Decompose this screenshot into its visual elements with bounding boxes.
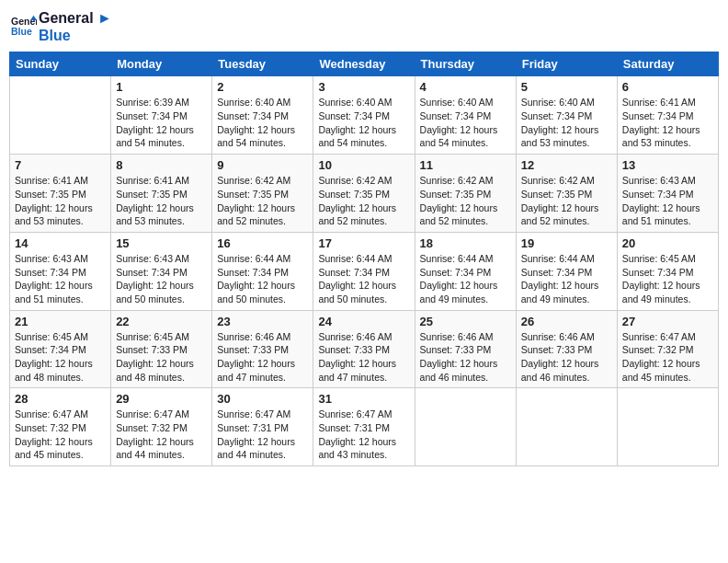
week-row-4: 28Sunrise: 6:47 AM Sunset: 7:32 PM Dayli…: [10, 388, 719, 466]
day-number: 29: [116, 392, 207, 406]
day-number: 7: [15, 158, 106, 172]
day-info: Sunrise: 6:41 AM Sunset: 7:35 PM Dayligh…: [15, 174, 106, 228]
day-info: Sunrise: 6:43 AM Sunset: 7:34 PM Dayligh…: [116, 252, 207, 306]
calendar-cell: 14Sunrise: 6:43 AM Sunset: 7:34 PM Dayli…: [10, 232, 111, 310]
calendar-cell: 10Sunrise: 6:42 AM Sunset: 7:35 PM Dayli…: [313, 155, 415, 233]
day-number: 1: [116, 80, 207, 94]
calendar-cell: 13Sunrise: 6:43 AM Sunset: 7:34 PM Dayli…: [617, 155, 718, 233]
day-info: Sunrise: 6:45 AM Sunset: 7:34 PM Dayligh…: [15, 330, 106, 385]
day-number: 19: [521, 236, 612, 250]
week-row-0: 1Sunrise: 6:39 AM Sunset: 7:34 PM Daylig…: [10, 76, 719, 155]
day-number: 15: [116, 236, 207, 250]
col-header-tuesday: Tuesday: [212, 52, 313, 76]
day-info: Sunrise: 6:40 AM Sunset: 7:34 PM Dayligh…: [420, 96, 511, 150]
day-info: Sunrise: 6:46 AM Sunset: 7:33 PM Dayligh…: [521, 330, 612, 385]
header-row: SundayMondayTuesdayWednesdayThursdayFrid…: [10, 52, 719, 76]
day-number: 20: [622, 236, 713, 250]
day-info: Sunrise: 6:46 AM Sunset: 7:33 PM Dayligh…: [318, 330, 409, 385]
day-number: 18: [420, 236, 511, 250]
calendar-cell: 8Sunrise: 6:41 AM Sunset: 7:35 PM Daylig…: [111, 155, 212, 233]
col-header-sunday: Sunday: [10, 52, 111, 76]
calendar-cell: 19Sunrise: 6:44 AM Sunset: 7:34 PM Dayli…: [516, 232, 617, 310]
day-info: Sunrise: 6:44 AM Sunset: 7:34 PM Dayligh…: [318, 252, 409, 306]
day-info: Sunrise: 6:47 AM Sunset: 7:32 PM Dayligh…: [15, 408, 106, 462]
day-info: Sunrise: 6:46 AM Sunset: 7:33 PM Dayligh…: [420, 330, 511, 385]
logo-text-general: General ►: [39, 9, 112, 27]
calendar-cell: 4Sunrise: 6:40 AM Sunset: 7:34 PM Daylig…: [415, 76, 516, 155]
day-info: Sunrise: 6:42 AM Sunset: 7:35 PM Dayligh…: [318, 174, 409, 228]
day-number: 3: [318, 80, 409, 94]
col-header-monday: Monday: [111, 52, 212, 76]
day-info: Sunrise: 6:40 AM Sunset: 7:34 PM Dayligh…: [318, 96, 409, 150]
day-info: Sunrise: 6:43 AM Sunset: 7:34 PM Dayligh…: [15, 252, 106, 306]
col-header-friday: Friday: [516, 52, 617, 76]
calendar-cell: 6Sunrise: 6:41 AM Sunset: 7:34 PM Daylig…: [617, 76, 718, 155]
day-number: 11: [420, 158, 511, 172]
calendar-cell: 3Sunrise: 6:40 AM Sunset: 7:34 PM Daylig…: [313, 76, 415, 155]
day-info: Sunrise: 6:44 AM Sunset: 7:34 PM Dayligh…: [420, 252, 511, 306]
calendar-cell: 27Sunrise: 6:47 AM Sunset: 7:32 PM Dayli…: [617, 310, 718, 388]
calendar-cell: [10, 76, 111, 155]
day-info: Sunrise: 6:43 AM Sunset: 7:34 PM Dayligh…: [622, 174, 713, 228]
calendar-cell: 26Sunrise: 6:46 AM Sunset: 7:33 PM Dayli…: [516, 310, 617, 388]
calendar-cell: 11Sunrise: 6:42 AM Sunset: 7:35 PM Dayli…: [415, 155, 516, 233]
calendar-cell: 16Sunrise: 6:44 AM Sunset: 7:34 PM Dayli…: [212, 232, 313, 310]
calendar-cell: 24Sunrise: 6:46 AM Sunset: 7:33 PM Dayli…: [313, 310, 415, 388]
logo-icon: General Blue: [11, 14, 37, 40]
logo-text-blue: Blue: [39, 27, 112, 44]
day-number: 17: [318, 236, 409, 250]
day-number: 30: [217, 392, 308, 406]
day-number: 10: [318, 158, 409, 172]
day-number: 9: [217, 158, 308, 172]
calendar-cell: 2Sunrise: 6:40 AM Sunset: 7:34 PM Daylig…: [212, 76, 313, 155]
day-number: 13: [622, 158, 713, 172]
calendar-cell: 22Sunrise: 6:45 AM Sunset: 7:33 PM Dayli…: [111, 310, 212, 388]
calendar-cell: 20Sunrise: 6:45 AM Sunset: 7:34 PM Dayli…: [617, 232, 718, 310]
day-info: Sunrise: 6:41 AM Sunset: 7:34 PM Dayligh…: [622, 96, 713, 150]
day-number: 4: [420, 80, 511, 94]
page: General Blue General ► Blue SundayMonday…: [0, 0, 728, 563]
svg-text:Blue: Blue: [11, 26, 32, 37]
calendar-table: SundayMondayTuesdayWednesdayThursdayFrid…: [9, 52, 719, 466]
day-number: 27: [622, 315, 713, 328]
day-number: 28: [15, 392, 106, 406]
day-number: 6: [622, 80, 713, 94]
day-number: 8: [116, 158, 207, 172]
day-number: 16: [217, 236, 308, 250]
calendar-cell: 5Sunrise: 6:40 AM Sunset: 7:34 PM Daylig…: [516, 76, 617, 155]
calendar-cell: 1Sunrise: 6:39 AM Sunset: 7:34 PM Daylig…: [111, 76, 212, 155]
calendar-cell: 12Sunrise: 6:42 AM Sunset: 7:35 PM Dayli…: [516, 155, 617, 233]
day-number: 31: [318, 392, 409, 406]
calendar-cell: 9Sunrise: 6:42 AM Sunset: 7:35 PM Daylig…: [212, 155, 313, 233]
day-info: Sunrise: 6:40 AM Sunset: 7:34 PM Dayligh…: [521, 96, 612, 150]
calendar-cell: 21Sunrise: 6:45 AM Sunset: 7:34 PM Dayli…: [10, 310, 111, 388]
calendar-cell: 18Sunrise: 6:44 AM Sunset: 7:34 PM Dayli…: [415, 232, 516, 310]
day-number: 2: [217, 80, 308, 94]
col-header-thursday: Thursday: [415, 52, 516, 76]
day-info: Sunrise: 6:44 AM Sunset: 7:34 PM Dayligh…: [521, 252, 612, 306]
day-info: Sunrise: 6:47 AM Sunset: 7:31 PM Dayligh…: [217, 408, 308, 462]
day-number: 5: [521, 80, 612, 94]
calendar-cell: 15Sunrise: 6:43 AM Sunset: 7:34 PM Dayli…: [111, 232, 212, 310]
day-number: 23: [217, 315, 308, 328]
day-info: Sunrise: 6:47 AM Sunset: 7:32 PM Dayligh…: [622, 330, 713, 385]
calendar-cell: [516, 388, 617, 466]
calendar-cell: 23Sunrise: 6:46 AM Sunset: 7:33 PM Dayli…: [212, 310, 313, 388]
calendar-cell: 25Sunrise: 6:46 AM Sunset: 7:33 PM Dayli…: [415, 310, 516, 388]
day-info: Sunrise: 6:44 AM Sunset: 7:34 PM Dayligh…: [217, 252, 308, 306]
day-info: Sunrise: 6:42 AM Sunset: 7:35 PM Dayligh…: [420, 174, 511, 228]
calendar-cell: 29Sunrise: 6:47 AM Sunset: 7:32 PM Dayli…: [111, 388, 212, 466]
day-info: Sunrise: 6:39 AM Sunset: 7:34 PM Dayligh…: [116, 96, 207, 150]
day-info: Sunrise: 6:47 AM Sunset: 7:31 PM Dayligh…: [318, 408, 409, 462]
week-row-2: 14Sunrise: 6:43 AM Sunset: 7:34 PM Dayli…: [10, 232, 719, 310]
day-number: 14: [15, 236, 106, 250]
calendar-cell: 17Sunrise: 6:44 AM Sunset: 7:34 PM Dayli…: [313, 232, 415, 310]
calendar-cell: 7Sunrise: 6:41 AM Sunset: 7:35 PM Daylig…: [10, 155, 111, 233]
day-number: 22: [116, 315, 207, 328]
week-row-3: 21Sunrise: 6:45 AM Sunset: 7:34 PM Dayli…: [10, 310, 719, 388]
day-info: Sunrise: 6:45 AM Sunset: 7:34 PM Dayligh…: [622, 252, 713, 306]
col-header-saturday: Saturday: [617, 52, 718, 76]
day-info: Sunrise: 6:47 AM Sunset: 7:32 PM Dayligh…: [116, 408, 207, 462]
logo: General Blue General ► Blue: [9, 9, 112, 44]
day-info: Sunrise: 6:42 AM Sunset: 7:35 PM Dayligh…: [217, 174, 308, 228]
